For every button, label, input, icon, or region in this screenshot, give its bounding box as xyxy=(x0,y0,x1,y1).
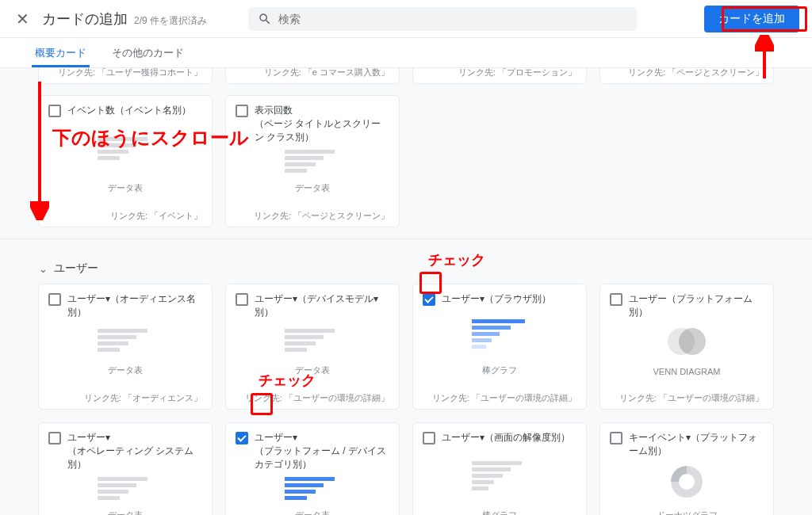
add-cards-button[interactable]: カードを追加 xyxy=(704,6,799,32)
link-destination: リンク先: 「ユーザーの環境の詳細」 xyxy=(600,387,773,409)
card-partial-1[interactable]: データ表 リンク先: 「e コマース購入数」 xyxy=(225,68,400,84)
section-user-header[interactable]: ⌄ ユーザー xyxy=(38,250,774,284)
header: ✕ カードの追加 2/9 件を選択済み カードを追加 xyxy=(0,0,812,38)
card-user-3[interactable]: ユーザー（プラットフォーム別）VENN DIAGRAMリンク先: 「ユーザーの環… xyxy=(599,284,774,410)
table-preview-icon xyxy=(285,150,340,173)
card-title: イベント数（イベント名別） xyxy=(67,104,191,117)
chart-type-label: ドーナツグラフ xyxy=(600,509,773,515)
link-destination: リンク先: 「ユーザーの環境の詳細」 xyxy=(226,387,399,409)
card-checkbox[interactable] xyxy=(610,432,622,444)
card-checkbox[interactable] xyxy=(48,105,61,117)
link-destination: リンク先: 「e コマース購入数」 xyxy=(226,68,399,83)
content-scroll[interactable]: 棒グラフ リンク先: 「ユーザー獲得コホート」 データ表 リンク先: 「e コマ… xyxy=(0,68,812,515)
chart-type-label: データ表 xyxy=(39,182,212,194)
card-title: ユーザー▾（デバイスモデル▾別） xyxy=(255,292,389,319)
link-destination: リンク先: 「ページとスクリーン」 xyxy=(226,205,399,227)
table-preview-icon xyxy=(285,329,340,352)
card-views-by-page-title[interactable]: 表示回数 （ページ タイトルとスクリーン クラス別） データ表 リンク先: 「ペ… xyxy=(225,95,400,227)
card-checkbox[interactable] xyxy=(236,105,248,117)
card-user-6[interactable]: ユーザー▾（画面の解像度別）棒グラフリンク先: 「ユーザーの環境の詳細」 xyxy=(412,422,587,515)
search-icon xyxy=(258,12,272,26)
tabs: 概要カード その他のカード xyxy=(0,38,812,68)
card-title: ユーザー▾ （プラットフォーム / デバイス カテゴリ別） xyxy=(255,431,389,471)
search-input-wrap[interactable] xyxy=(248,7,637,31)
link-destination: リンク先: 「ページとスクリーン」 xyxy=(600,68,773,83)
card-title: ユーザー▾（オーディエンス名別） xyxy=(67,292,202,319)
card-checkbox[interactable] xyxy=(423,432,435,444)
card-title: 表示回数 （ページ タイトルとスクリーン クラス別） xyxy=(255,104,389,143)
card-partial-2[interactable]: データ表 リンク先: 「プロモーション」 xyxy=(412,68,587,84)
bar-chart-icon xyxy=(472,319,527,349)
card-checkbox[interactable] xyxy=(236,293,248,306)
link-destination: リンク先: 「プロモーション」 xyxy=(413,68,586,83)
selection-count: 2/9 件を選択済み xyxy=(134,14,207,28)
link-destination: リンク先: 「ユーザーの環境の詳細」 xyxy=(413,387,586,409)
card-user-4[interactable]: ユーザー▾ （オペレーティング システム別）データ表リンク先: 「ユーザーの環境… xyxy=(38,422,213,515)
link-destination: リンク先: 「ユーザー獲得コホート」 xyxy=(39,68,212,83)
chart-type-label: データ表 xyxy=(39,364,212,376)
table-preview-icon xyxy=(285,477,340,500)
venn-diagram-icon xyxy=(663,326,710,357)
chart-type-label: VENN DIAGRAM xyxy=(600,367,773,376)
chart-type-label: データ表 xyxy=(39,509,212,515)
page-title: カードの追加 xyxy=(42,10,128,29)
card-checkbox[interactable] xyxy=(610,293,622,306)
card-partial-0[interactable]: 棒グラフ リンク先: 「ユーザー獲得コホート」 xyxy=(38,68,213,84)
card-user-1[interactable]: ユーザー▾（デバイスモデル▾別）データ表リンク先: 「ユーザーの環境の詳細」 xyxy=(225,284,400,410)
link-destination: リンク先: 「イベント」 xyxy=(39,205,212,227)
card-title: キーイベント▾（プラットフォーム別） xyxy=(629,431,764,458)
chart-type-label: 棒グラフ xyxy=(413,509,586,515)
card-user-5[interactable]: ユーザー▾ （プラットフォーム / デバイス カテゴリ別）データ表リンク先: 「… xyxy=(225,422,400,515)
card-checkbox[interactable] xyxy=(236,432,248,444)
card-checkbox[interactable] xyxy=(48,293,61,306)
card-checkbox[interactable] xyxy=(48,432,61,444)
card-partial-3[interactable]: データ表 リンク先: 「ページとスクリーン」 xyxy=(599,68,774,84)
chart-type-label: データ表 xyxy=(226,509,399,515)
link-destination: リンク先: 「オーディエンス」 xyxy=(39,387,212,409)
table-preview-icon xyxy=(98,477,153,500)
card-title: ユーザー▾ （オペレーティング システム別） xyxy=(67,431,202,471)
table-preview-icon xyxy=(98,137,153,160)
card-title: ユーザー▾（画面の解像度別） xyxy=(442,431,570,444)
card-user-2[interactable]: ユーザー▾（ブラウザ別）棒グラフリンク先: 「ユーザーの環境の詳細」 xyxy=(412,284,587,410)
search-input[interactable] xyxy=(278,13,627,25)
close-icon[interactable]: ✕ xyxy=(13,6,33,32)
card-checkbox[interactable] xyxy=(423,293,435,306)
card-events-by-name[interactable]: イベント数（イベント名別） データ表 リンク先: 「イベント」 xyxy=(38,95,213,227)
card-user-7[interactable]: キーイベント▾（プラットフォーム別）ドーナツグラフリンク先: 「ユーザーの環境の… xyxy=(599,422,774,515)
card-title: ユーザー▾（ブラウザ別） xyxy=(442,292,551,306)
tab-other-cards[interactable]: その他のカード xyxy=(109,38,187,67)
card-user-0[interactable]: ユーザー▾（オーディエンス名別）データ表リンク先: 「オーディエンス」 xyxy=(38,284,213,410)
bar-chart-icon xyxy=(472,461,527,490)
chart-type-label: データ表 xyxy=(226,364,399,376)
tab-summary-cards[interactable]: 概要カード xyxy=(32,38,90,67)
chart-type-label: 棒グラフ xyxy=(413,364,586,376)
table-preview-icon xyxy=(98,329,153,352)
chart-type-label: データ表 xyxy=(226,182,399,194)
card-title: ユーザー（プラットフォーム別） xyxy=(629,292,764,319)
donut-chart-icon xyxy=(671,466,703,498)
chevron-down-icon: ⌄ xyxy=(38,264,48,273)
section-title: ユーザー xyxy=(54,261,98,276)
